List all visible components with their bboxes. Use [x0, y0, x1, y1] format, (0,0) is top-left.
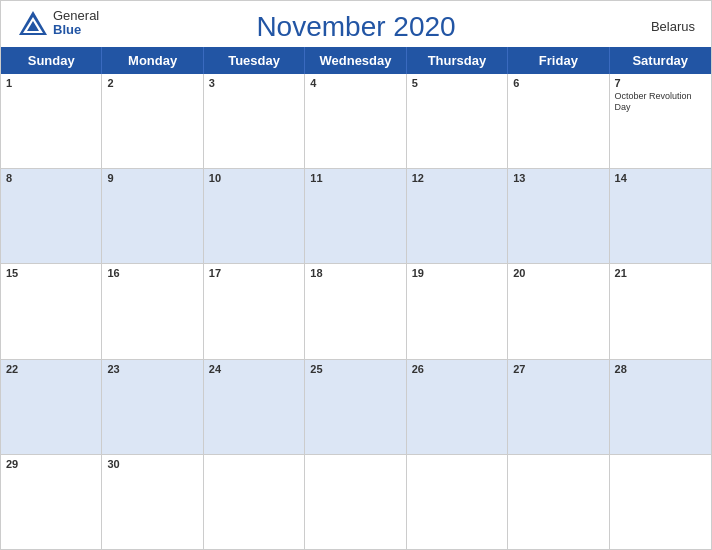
cell-number: 7: [615, 77, 706, 89]
calendar-cell: 4: [305, 74, 406, 168]
cell-number: 5: [412, 77, 502, 89]
cell-number: 8: [6, 172, 96, 184]
cell-number: 21: [615, 267, 706, 279]
cell-number: 16: [107, 267, 197, 279]
cell-number: 28: [615, 363, 706, 375]
calendar-cell: 29: [1, 455, 102, 549]
calendar-container: General Blue November 2020 Belarus Sunda…: [0, 0, 712, 550]
calendar-cell: 8: [1, 169, 102, 263]
calendar-cell: 3: [204, 74, 305, 168]
cell-number: 15: [6, 267, 96, 279]
calendar-cell: 24: [204, 360, 305, 454]
calendar-cell: 7October Revolution Day: [610, 74, 711, 168]
cell-number: 29: [6, 458, 96, 470]
cell-number: 10: [209, 172, 299, 184]
calendar-cell: 10: [204, 169, 305, 263]
cell-number: 2: [107, 77, 197, 89]
day-saturday: Saturday: [610, 47, 711, 74]
calendar-cell: 27: [508, 360, 609, 454]
calendar-row: 1234567October Revolution Day: [1, 74, 711, 169]
calendar-cell: 14: [610, 169, 711, 263]
cell-number: 24: [209, 363, 299, 375]
calendar-cell: 23: [102, 360, 203, 454]
calendar-row: 2930: [1, 455, 711, 549]
cell-number: 18: [310, 267, 400, 279]
month-title: November 2020: [256, 11, 455, 43]
day-wednesday: Wednesday: [305, 47, 406, 74]
calendar-cell: [610, 455, 711, 549]
cell-number: 11: [310, 172, 400, 184]
calendar-cell: 13: [508, 169, 609, 263]
cell-number: 1: [6, 77, 96, 89]
calendar-cell: 9: [102, 169, 203, 263]
cell-number: 6: [513, 77, 603, 89]
logo-icon: [17, 9, 49, 37]
logo-blue-text: Blue: [53, 23, 99, 37]
calendar-cell: [407, 455, 508, 549]
calendar-grid: 1234567October Revolution Day89101112131…: [1, 74, 711, 549]
calendar-cell: [305, 455, 406, 549]
cell-number: 25: [310, 363, 400, 375]
cell-number: 22: [6, 363, 96, 375]
calendar-cell: 22: [1, 360, 102, 454]
calendar-cell: 26: [407, 360, 508, 454]
calendar-cell: 2: [102, 74, 203, 168]
calendar-cell: 6: [508, 74, 609, 168]
cell-number: 3: [209, 77, 299, 89]
cell-number: 27: [513, 363, 603, 375]
calendar-cell: 1: [1, 74, 102, 168]
calendar-cell: 20: [508, 264, 609, 358]
cell-number: 9: [107, 172, 197, 184]
calendar-cell: 11: [305, 169, 406, 263]
country-label: Belarus: [651, 19, 695, 34]
cell-number: 23: [107, 363, 197, 375]
cell-number: 12: [412, 172, 502, 184]
day-tuesday: Tuesday: [204, 47, 305, 74]
calendar-cell: 15: [1, 264, 102, 358]
logo: General Blue: [17, 9, 99, 38]
cell-number: 20: [513, 267, 603, 279]
logo-general-text: General: [53, 9, 99, 23]
cell-number: 30: [107, 458, 197, 470]
days-header: Sunday Monday Tuesday Wednesday Thursday…: [1, 47, 711, 74]
cell-event: October Revolution Day: [615, 91, 706, 113]
day-thursday: Thursday: [407, 47, 508, 74]
calendar-row: 15161718192021: [1, 264, 711, 359]
day-friday: Friday: [508, 47, 609, 74]
calendar-cell: 16: [102, 264, 203, 358]
calendar-cell: 28: [610, 360, 711, 454]
calendar-cell: 30: [102, 455, 203, 549]
calendar-cell: 18: [305, 264, 406, 358]
day-sunday: Sunday: [1, 47, 102, 74]
calendar-cell: [204, 455, 305, 549]
calendar-cell: 5: [407, 74, 508, 168]
cell-number: 13: [513, 172, 603, 184]
cell-number: 14: [615, 172, 706, 184]
cell-number: 17: [209, 267, 299, 279]
calendar-cell: 25: [305, 360, 406, 454]
day-monday: Monday: [102, 47, 203, 74]
calendar-cell: 17: [204, 264, 305, 358]
cell-number: 4: [310, 77, 400, 89]
calendar-cell: 19: [407, 264, 508, 358]
cell-number: 26: [412, 363, 502, 375]
calendar-row: 22232425262728: [1, 360, 711, 455]
calendar-row: 891011121314: [1, 169, 711, 264]
calendar-cell: 21: [610, 264, 711, 358]
cell-number: 19: [412, 267, 502, 279]
calendar-header: General Blue November 2020 Belarus: [1, 1, 711, 47]
calendar-cell: 12: [407, 169, 508, 263]
calendar-cell: [508, 455, 609, 549]
